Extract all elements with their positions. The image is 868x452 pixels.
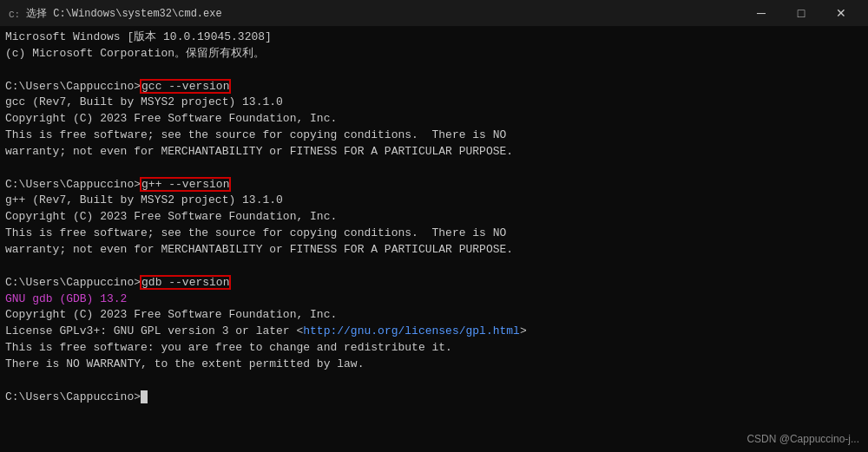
final-prompt: C:\Users\Cappuccino> [5,390,141,403]
gcc-version: gcc (Rev7, Built by MSYS2 project) 13.1.… [5,95,863,111]
gcc-copyright: Copyright (C) 2023 Free Software Foundat… [5,111,863,128]
gdb-blank [5,373,863,390]
line-1: Microsoft Windows [版本 10.0.19045.3208] [5,29,863,46]
gpp-free-software: This is free software; see the source fo… [5,226,863,242]
cmd-icon: C:\ [7,6,21,20]
gdb-version: GNU gdb (GDB) 13.2 [5,292,863,308]
gpp-cmd: g++ --version [141,178,230,191]
gpp-blank [5,259,863,275]
gdb-cmd: gdb --version [141,276,230,289]
gcc-prompt-line: C:\Users\Cappuccino>gcc --version [5,79,863,95]
watermark: CSDN @Cappuccino-j... [746,432,859,447]
gpp-prompt: C:\Users\Cappuccino> [5,178,141,191]
terminal-body[interactable]: Microsoft Windows [版本 10.0.19045.3208] (… [0,26,868,452]
gdb-license: License GPLv3+: GNU GPL version 3 or lat… [5,324,863,340]
gpp-warranty: warranty; not even for MERCHANTABILITY o… [5,242,863,259]
title-bar-left: C:\ 选择 C:\Windows\system32\cmd.exe [7,6,222,21]
gpl-link: http://gnu.org/licenses/gpl.html [303,324,520,337]
gdb-prompt-line: C:\Users\Cappuccino>gdb --version [5,275,863,292]
maximize-button[interactable]: □ [781,0,821,26]
cursor [141,390,148,403]
gcc-blank [5,160,863,177]
close-button[interactable]: ✕ [821,0,861,26]
window-controls: ─ □ ✕ [741,0,861,26]
final-prompt-line: C:\Users\Cappuccino> [5,390,863,406]
gdb-free-software: This is free software: you are free to c… [5,340,863,357]
gcc-cmd: gcc --version [141,80,230,93]
gcc-warranty: warranty; not even for MERCHANTABILITY o… [5,144,863,160]
cmd-window: C:\ 选择 C:\Windows\system32\cmd.exe ─ □ ✕… [0,0,868,452]
minimize-button[interactable]: ─ [741,0,781,26]
gpp-version: g++ (Rev7, Built by MSYS2 project) 13.1.… [5,193,863,209]
gdb-copyright: Copyright (C) 2023 Free Software Foundat… [5,307,863,324]
gpp-copyright: Copyright (C) 2023 Free Software Foundat… [5,209,863,226]
title-bar: C:\ 选择 C:\Windows\system32\cmd.exe ─ □ ✕ [0,0,868,26]
svg-text:C:\: C:\ [9,10,21,20]
line-2: (c) Microsoft Corporation。保留所有权利。 [5,46,863,62]
window-title: 选择 C:\Windows\system32\cmd.exe [26,6,222,21]
gcc-free-software: This is free software; see the source fo… [5,128,863,144]
gpp-prompt-line: C:\Users\Cappuccino>g++ --version [5,177,863,193]
gcc-prompt: C:\Users\Cappuccino> [5,80,141,93]
gdb-prompt: C:\Users\Cappuccino> [5,276,141,289]
gdb-no-warranty: There is NO WARRANTY, to the extent perm… [5,357,863,373]
line-3 [5,62,863,79]
